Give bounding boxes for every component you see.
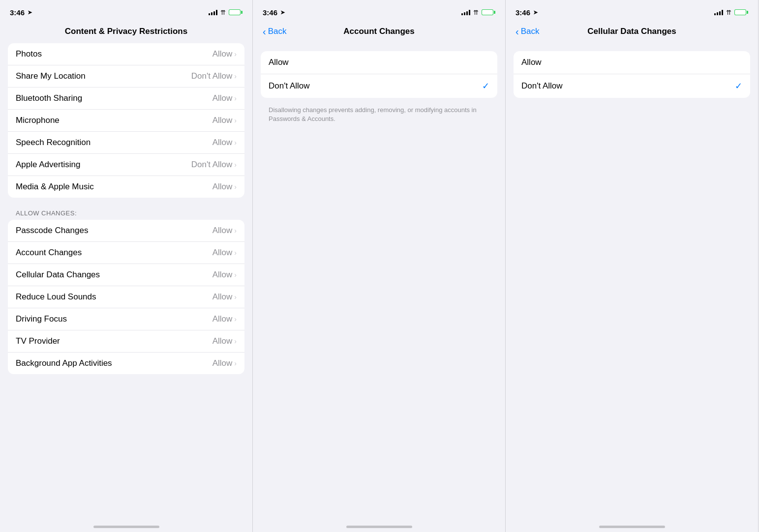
row-tv-value: Allow [213, 336, 233, 346]
row-cellular-data[interactable]: Cellular Data Changes Allow › [8, 264, 244, 286]
row-driving-focus[interactable]: Driving Focus Allow › [8, 308, 244, 330]
chevron-icon: › [234, 161, 237, 169]
row-share-location[interactable]: Share My Location Don't Allow › [8, 65, 244, 88]
chevron-icon: › [234, 293, 237, 301]
status-icons-1: ⇈ [209, 9, 243, 16]
row-share-location-value: Don't Allow [191, 71, 233, 81]
chevron-icon: › [234, 271, 237, 279]
chevron-icon: › [234, 50, 237, 58]
status-time-2: 3:46 ➤ [263, 8, 285, 17]
nav-bar-3: ‹ Back Cellular Data Changes [506, 22, 758, 43]
row-bluetooth-value: Allow [213, 93, 233, 103]
panel-account-changes: 3:46 ➤ ⇈ ‹ Back Account Changes [253, 0, 506, 532]
row-passcode-changes[interactable]: Passcode Changes Allow › [8, 220, 244, 242]
status-time-1: 3:46 ➤ [10, 8, 32, 17]
nav-bar-2: ‹ Back Account Changes [253, 22, 505, 43]
chevron-icon: › [234, 183, 237, 191]
chevron-icon: › [234, 117, 237, 124]
row-microphone[interactable]: Microphone Allow › [8, 110, 244, 132]
row-media-music[interactable]: Media & Apple Music Allow › [8, 176, 244, 198]
status-bar-3: 3:46 ➤ ⇈ [506, 0, 758, 22]
time-display-2: 3:46 [263, 8, 277, 17]
row-microphone-value: Allow [213, 116, 233, 125]
chevron-icon: › [234, 249, 237, 257]
row-account-value: Allow [213, 248, 233, 258]
row-reduce-loud-value: Allow [213, 292, 233, 302]
chevron-icon: › [234, 72, 237, 80]
chevron-icon: › [234, 139, 237, 147]
option-dont-allow-label-cellular: Don't Allow [521, 81, 563, 91]
row-media-music-value: Allow [213, 182, 233, 192]
back-label-3: Back [521, 27, 540, 36]
row-account-changes[interactable]: Account Changes Allow › [8, 242, 244, 264]
chevron-icon: › [234, 227, 237, 235]
time-display-1: 3:46 [10, 8, 25, 17]
location-icon-2: ➤ [280, 9, 285, 16]
battery-icon-1 [229, 9, 243, 15]
chevron-icon: › [234, 94, 237, 102]
option-dont-allow-cellular[interactable]: Don't Allow ✓ [514, 74, 750, 98]
checkmark-icon-account: ✓ [482, 81, 489, 91]
signal-icon-2 [461, 9, 470, 15]
row-driving-value: Allow [213, 314, 233, 324]
home-bar-2 [346, 526, 412, 528]
status-icons-3: ⇈ [714, 9, 748, 16]
row-bluetooth[interactable]: Bluetooth Sharing Allow › [8, 88, 244, 110]
home-bar-3 [599, 526, 665, 528]
nav-bar-1: Content & Privacy Restrictions [0, 22, 252, 43]
page-title-2: Account Changes [343, 27, 415, 36]
description-account: Disallowing changes prevents adding, rem… [261, 102, 497, 127]
battery-icon-3 [734, 9, 748, 15]
back-button-2[interactable]: ‹ Back [263, 26, 286, 37]
row-speech-value: Allow [213, 138, 233, 148]
row-background-value: Allow [213, 358, 233, 368]
status-time-3: 3:46 ➤ [516, 8, 538, 17]
status-bar-2: 3:46 ➤ ⇈ [253, 0, 505, 22]
wifi-icon-3: ⇈ [726, 9, 731, 16]
option-dont-allow-account[interactable]: Don't Allow ✓ [261, 74, 497, 98]
panel-content-privacy: 3:46 ➤ ⇈ Content & Privacy Restrictions [0, 0, 253, 532]
option-allow-cellular[interactable]: Allow [514, 51, 750, 74]
row-background-app[interactable]: Background App Activities Allow › [8, 353, 244, 374]
home-indicator-3 [506, 515, 758, 532]
time-display-3: 3:46 [516, 8, 530, 17]
back-label-2: Back [268, 27, 287, 36]
row-speech[interactable]: Speech Recognition Allow › [8, 132, 244, 154]
option-allow-label-cellular: Allow [521, 58, 542, 67]
signal-icon-1 [209, 9, 217, 15]
option-group-account: Allow Don't Allow ✓ [261, 51, 497, 98]
content-area-3: Allow Don't Allow ✓ [506, 43, 758, 515]
section-header-allow-changes: ALLOW CHANGES: [8, 202, 244, 220]
wifi-icon-2: ⇈ [473, 9, 479, 16]
option-allow-label-account: Allow [269, 58, 289, 67]
row-tv-provider[interactable]: TV Provider Allow › [8, 330, 244, 353]
back-button-3[interactable]: ‹ Back [516, 26, 539, 37]
content-area-1: Photos Allow › Share My Location Don't A… [0, 43, 252, 515]
back-chevron-icon-3: ‹ [516, 26, 519, 37]
settings-group-allow-changes: Passcode Changes Allow › Account Changes… [8, 220, 244, 374]
option-dont-allow-label-account: Don't Allow [269, 81, 310, 91]
content-area-2: Allow Don't Allow ✓ Disallowing changes … [253, 43, 505, 515]
status-bar-1: 3:46 ➤ ⇈ [0, 0, 252, 22]
settings-group-top: Photos Allow › Share My Location Don't A… [8, 43, 244, 198]
wifi-icon-1: ⇈ [220, 9, 226, 16]
row-reduce-loud[interactable]: Reduce Loud Sounds Allow › [8, 286, 244, 308]
checkmark-icon-cellular: ✓ [735, 81, 742, 91]
signal-icon-3 [714, 9, 723, 15]
row-passcode-value: Allow [213, 226, 233, 236]
back-chevron-icon-2: ‹ [263, 26, 266, 37]
page-title-1: Content & Privacy Restrictions [65, 27, 187, 36]
row-advertising-value: Don't Allow [191, 160, 233, 170]
option-group-cellular: Allow Don't Allow ✓ [514, 51, 750, 98]
home-indicator-1 [0, 515, 252, 532]
row-photos[interactable]: Photos Allow › [8, 43, 244, 65]
location-icon-3: ➤ [533, 9, 538, 16]
row-advertising[interactable]: Apple Advertising Don't Allow › [8, 154, 244, 176]
status-icons-2: ⇈ [461, 9, 495, 16]
home-bar-1 [93, 526, 159, 528]
option-allow-account[interactable]: Allow [261, 51, 497, 74]
battery-icon-2 [482, 9, 495, 15]
chevron-icon: › [234, 337, 237, 345]
location-icon-1: ➤ [28, 9, 32, 16]
chevron-icon: › [234, 315, 237, 323]
